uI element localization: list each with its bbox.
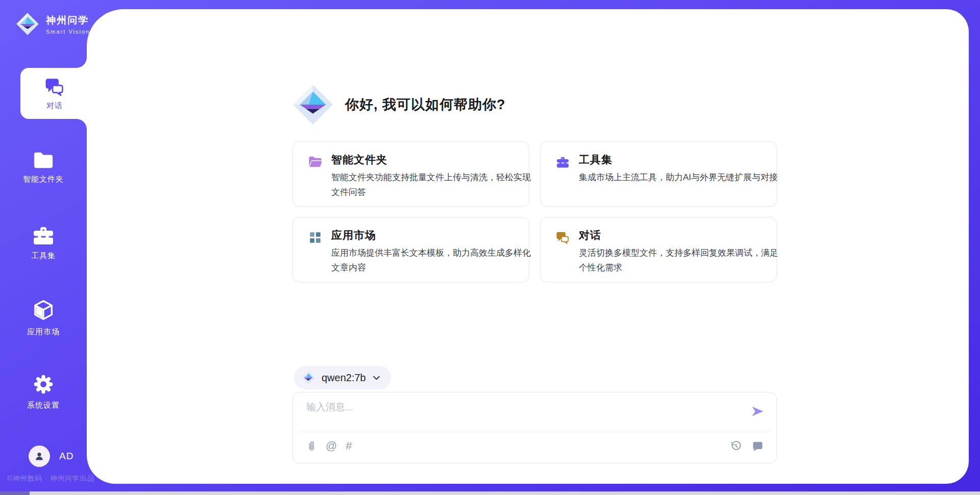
- sidebar-item-smart-folder[interactable]: 智能文件夹: [0, 149, 87, 184]
- sidebar-item-label: 对话: [46, 101, 63, 111]
- sidebar-item-chat[interactable]: 对话: [20, 68, 89, 119]
- scrollbar-thumb[interactable]: [0, 491, 30, 495]
- comment-icon[interactable]: [751, 440, 764, 452]
- sidebar-item-label: 工具集: [31, 251, 56, 261]
- card-description: 集成市场上主流工具，助力AI与外界无缝扩展与对接: [579, 170, 781, 185]
- user-account[interactable]: AD: [29, 445, 74, 467]
- tab-fillet-top: [77, 58, 87, 68]
- attachment-icon[interactable]: [306, 440, 317, 452]
- tab-fillet-bottom: [77, 119, 87, 129]
- chevron-down-icon: [372, 374, 381, 382]
- sidebar-item-app-market[interactable]: 应用市场: [0, 299, 87, 337]
- user-initials: AD: [59, 451, 74, 462]
- sidebar-item-settings[interactable]: 系统设置: [0, 373, 87, 410]
- message-input[interactable]: [306, 401, 740, 428]
- toolbox-icon: [31, 225, 56, 246]
- message-composer: @ #: [292, 392, 777, 463]
- send-icon: [750, 404, 765, 419]
- chat-icon: [44, 76, 65, 97]
- cube-icon: [32, 299, 55, 322]
- gear-icon: [32, 373, 55, 395]
- folder-open-icon: [308, 155, 323, 169]
- composer-toolbar-left: @ #: [306, 440, 352, 452]
- feature-card-smart-folder[interactable]: 智能文件夹 智能文件夹功能支持批量文件上传与清洗，轻松实现文件问答: [292, 141, 529, 207]
- brand-diamond-icon: [15, 12, 40, 36]
- feature-card-toolbox[interactable]: 工具集 集成市场上主流工具，助力AI与外界无缝扩展与对接: [540, 141, 777, 207]
- brand-name: 神州问学: [46, 14, 90, 27]
- apps-grid-icon: [308, 230, 323, 245]
- model-diamond-icon: [301, 370, 315, 385]
- sidebar-item-label: 系统设置: [27, 401, 60, 410]
- composer-divider: [300, 432, 770, 432]
- card-description: 智能文件夹功能支持批量文件上传与清洗，轻松实现文件问答: [331, 170, 533, 200]
- chat-icon: [555, 230, 570, 245]
- card-description: 应用市场提供丰富长文本模板，助力高效生成多样化文章内容: [331, 245, 533, 275]
- feature-card-chat[interactable]: 对话 灵活切换多模型文件，支持多样回复效果调试，满足个性化需求: [540, 217, 777, 282]
- sidebar-item-toolbox[interactable]: 工具集: [0, 225, 87, 261]
- card-description: 灵活切换多模型文件，支持多样回复效果调试，满足个性化需求: [579, 245, 781, 275]
- mention-icon[interactable]: @: [326, 440, 337, 452]
- avatar: [29, 445, 50, 467]
- horizontal-scrollbar[interactable]: [0, 491, 980, 495]
- brand-subtitle: Smart Vision: [46, 29, 90, 35]
- toolbox-icon: [555, 155, 570, 169]
- greeting-title: 你好, 我可以如何帮助你?: [345, 95, 506, 114]
- feature-card-app-market[interactable]: 应用市场 应用市场提供丰富长文本模板，助力高效生成多样化文章内容: [292, 217, 529, 282]
- card-title: 对话: [579, 228, 601, 242]
- model-name: qwen2:7b: [322, 372, 366, 384]
- history-icon[interactable]: [730, 440, 742, 452]
- send-button[interactable]: [750, 404, 765, 419]
- assistant-diamond-icon: [291, 83, 335, 127]
- hashtag-icon[interactable]: #: [346, 440, 352, 452]
- card-title: 工具集: [579, 153, 612, 167]
- app-logo: 神州问学 Smart Vision: [15, 12, 90, 36]
- folder-icon: [32, 149, 55, 169]
- greeting-block: 你好, 我可以如何帮助你?: [291, 83, 506, 127]
- copyright-footer: ©神州数码 · 神州问学出品: [7, 474, 94, 483]
- sidebar-item-label: 智能文件夹: [23, 175, 64, 184]
- model-selector[interactable]: qwen2:7b: [294, 366, 391, 389]
- card-title: 应用市场: [331, 228, 376, 242]
- card-title: 智能文件夹: [331, 153, 387, 167]
- composer-toolbar-right: [730, 440, 764, 452]
- sidebar-item-label: 应用市场: [27, 327, 60, 337]
- person-icon: [33, 450, 45, 462]
